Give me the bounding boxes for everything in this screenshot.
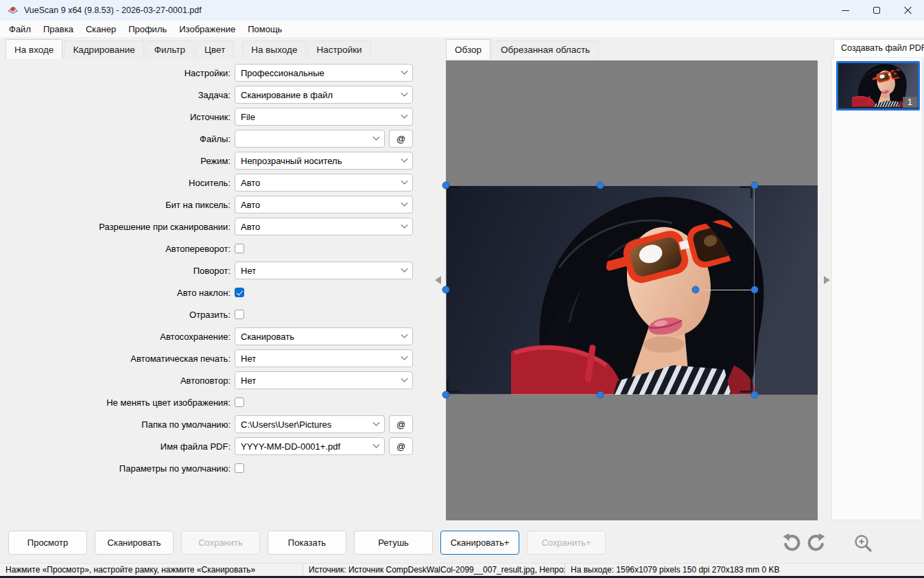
tab-input[interactable]: На входе	[5, 39, 62, 59]
bits-per-pixel-value: Авто	[241, 200, 398, 210]
outside-crop-overlay	[755, 185, 818, 395]
tab-output[interactable]: На выходе	[242, 41, 306, 59]
default-folder-select[interactable]: C:\Users\User\Pictures	[235, 415, 385, 433]
menu-item-profile[interactable]: Профиль	[122, 22, 173, 36]
minimize-button[interactable]	[829, 0, 861, 21]
status-bar: Нажмите «Просмотр», настройте рамку, наж…	[0, 563, 924, 576]
auto-print-select[interactable]: Нет	[235, 349, 413, 367]
tab-crop[interactable]: Кадрирование	[64, 41, 143, 59]
menu-item-file[interactable]: Файл	[3, 22, 37, 36]
crop-handle-top-middle[interactable]	[597, 182, 604, 189]
media-select[interactable]: Авто	[235, 174, 413, 192]
rotation-select[interactable]: Нет	[235, 262, 413, 279]
crop-handle-top-right[interactable]	[751, 182, 759, 189]
save-button: Сохранить	[181, 531, 260, 555]
settings-tabs: На входеКадрированиеФильтрЦветНа выходеН…	[5, 39, 372, 59]
mirror-label: Отразить:	[5, 310, 235, 320]
media-value: Авто	[241, 178, 398, 188]
page-thumbnail[interactable]: 1	[836, 61, 920, 111]
tab-prefs[interactable]: Настройки	[307, 41, 370, 59]
crop-handle-middle-left[interactable]	[442, 286, 450, 294]
auto-skew-label: Авто наклон:	[5, 288, 235, 298]
auto-repeat-select[interactable]: Нет	[235, 371, 413, 389]
collapse-left-panel-arrow[interactable]	[435, 276, 441, 284]
mode-label: Режим:	[5, 156, 235, 166]
window-title: VueScan 9 x64 (9.8.53) - 2026-03-27-0001…	[24, 5, 202, 15]
rotation-label: Поворот:	[5, 266, 235, 276]
menu-item-help[interactable]: Помощь	[241, 22, 288, 36]
menu-item-image[interactable]: Изображение	[173, 22, 241, 36]
rotate-right-button[interactable]	[805, 532, 827, 554]
source-label: Источник:	[5, 112, 235, 122]
row-pdf-file-name: Имя файла PDF:YYYY-MM-DD-0001+.pdf@	[5, 435, 434, 457]
tab-color[interactable]: Цвет	[196, 41, 234, 59]
row-auto-print: Автоматическая печать:Нет	[5, 347, 434, 369]
auto-repeat-value: Нет	[241, 375, 398, 386]
keep-image-color-label: Не менять цвет изображения:	[5, 397, 235, 408]
pdf-pages-panel: 1	[831, 57, 923, 520]
files-select[interactable]	[235, 130, 385, 148]
mode-select[interactable]: Непрозрачный носитель	[235, 152, 413, 170]
source-select[interactable]: File	[235, 108, 413, 126]
action-bar: ПросмотрСканироватьСохранитьПоказатьРету…	[0, 531, 924, 558]
tab-preview[interactable]: Обзор	[446, 39, 490, 59]
chevron-down-icon	[401, 331, 408, 338]
retouch-button[interactable]: Ретушь	[354, 531, 433, 555]
chevron-down-icon	[373, 441, 380, 448]
row-mode: Режим:Непрозрачный носитель	[5, 150, 434, 172]
vuescan-window: VueScan 9 x64 (9.8.53) - 2026-03-27-0001…	[0, 0, 924, 578]
crop-handle-rotate[interactable]	[692, 286, 700, 294]
tab-filter[interactable]: Фильтр	[145, 41, 194, 59]
menu-item-edit[interactable]: Правка	[37, 22, 80, 36]
rotate-left-button[interactable]	[781, 532, 803, 554]
default-folder-at-button[interactable]: @	[389, 415, 413, 433]
app-icon	[7, 5, 19, 16]
task-select[interactable]: Сканирование в файл	[235, 86, 413, 104]
settings-select[interactable]: Профессиональные	[235, 64, 413, 82]
scan-plus-button[interactable]: Сканировать+	[440, 531, 519, 555]
preview-canvas[interactable]	[446, 60, 818, 520]
mirror-checkbox[interactable]	[235, 310, 244, 319]
default-options-checkbox[interactable]	[235, 463, 244, 473]
preview-button[interactable]: Просмотр	[8, 531, 87, 555]
rotation-value: Нет	[241, 266, 398, 276]
scan-resolution-label: Разрешение при сканировании:	[5, 222, 235, 232]
menu-item-scanner[interactable]: Сканер	[80, 22, 122, 36]
crop-handle-top-left[interactable]	[442, 182, 450, 189]
maximize-button[interactable]	[861, 0, 892, 21]
save-plus-button: Сохранить+	[527, 531, 606, 555]
pdf-file-name-at-button[interactable]: @	[389, 437, 413, 455]
files-at-button[interactable]: @	[389, 130, 413, 148]
default-folder-value: C:\Users\User\Pictures	[241, 419, 370, 430]
tab-cropped-area[interactable]: Обрезанная область	[492, 41, 599, 59]
row-settings: Настройки:Профессиональные	[5, 62, 434, 84]
auto-skew-checkbox[interactable]	[235, 288, 244, 297]
scan-resolution-select[interactable]: Авто	[235, 218, 413, 235]
row-default-options: Параметры по умолчанию:	[5, 457, 434, 479]
tab-create-pdf-file[interactable]: Создавать файл PDF	[833, 39, 924, 58]
row-media: Носитель:Авто	[5, 172, 434, 194]
collapse-right-panel-arrow[interactable]	[824, 276, 830, 284]
close-button[interactable]	[892, 0, 924, 21]
chevron-down-icon	[401, 199, 408, 206]
row-task: Задача:Сканирование в файл	[5, 84, 434, 106]
crop-handle-bottom-right[interactable]	[751, 391, 759, 399]
bits-per-pixel-select[interactable]: Авто	[235, 196, 413, 213]
auto-print-label: Автоматическая печать:	[5, 354, 235, 364]
pdf-file-name-select[interactable]: YYYY-MM-DD-0001+.pdf	[235, 437, 385, 455]
row-source: Источник:File	[5, 106, 434, 128]
show-button[interactable]: Показать	[268, 531, 346, 555]
auto-print-value: Нет	[241, 354, 398, 364]
task-value: Сканирование в файл	[241, 90, 398, 100]
media-label: Носитель:	[5, 178, 235, 188]
crop-handle-bottom-left[interactable]	[442, 391, 450, 399]
keep-image-color-checkbox[interactable]	[235, 397, 244, 407]
scan-button[interactable]: Сканировать	[95, 531, 174, 555]
task-label: Задача:	[5, 90, 235, 100]
auto-save-select[interactable]: Сканировать	[235, 327, 413, 345]
crop-handle-bottom-middle[interactable]	[597, 391, 604, 399]
auto-flip-checkbox[interactable]	[235, 244, 244, 253]
crop-handle-middle-right[interactable]	[751, 286, 759, 294]
zoom-in-button[interactable]	[852, 532, 874, 554]
auto-save-label: Автосохранение:	[5, 332, 235, 342]
